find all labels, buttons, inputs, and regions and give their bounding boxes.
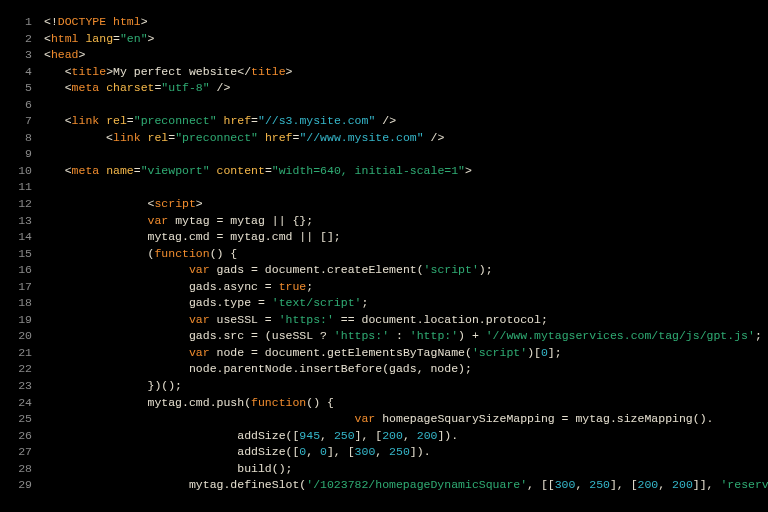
token-pun: > — [196, 197, 203, 210]
code-content[interactable]: <!DOCTYPE html><html lang="en"><head> <t… — [44, 14, 768, 494]
token-attr: name — [106, 164, 134, 177]
token-str: "utf-8" — [161, 81, 209, 94]
token-str: 'https:' — [279, 313, 334, 326]
line-number: 9 — [0, 146, 32, 163]
token-pun: () { — [306, 396, 334, 409]
code-line: var mytag = mytag || {}; — [44, 213, 768, 230]
token-pun — [44, 313, 189, 326]
line-number: 15 — [0, 246, 32, 263]
code-line: <html lang="en"> — [44, 31, 768, 48]
token-pun: node = document.getElementsByTagName( — [210, 346, 472, 359]
line-number: 23 — [0, 378, 32, 395]
token-pun — [258, 131, 265, 144]
token-pun — [44, 214, 148, 227]
token-str: '/1023782/homepageDynamicSquare' — [306, 478, 527, 491]
code-line: <title>My perfect website</title> — [44, 64, 768, 81]
token-pun: /> — [375, 114, 396, 127]
token-attr: rel — [148, 131, 169, 144]
token-pun: gads.async = — [44, 280, 279, 293]
line-number: 29 — [0, 477, 32, 494]
code-line: gads.async = true; — [44, 279, 768, 296]
token-num: 250 — [334, 429, 355, 442]
line-number: 5 — [0, 80, 32, 97]
token-pun: , — [306, 445, 320, 458]
token-pun: = — [127, 114, 134, 127]
token-pun: ; — [361, 296, 368, 309]
token-pun: ; — [755, 329, 762, 342]
code-line: gads.src = (useSSL ? 'https:' : 'http:')… — [44, 328, 768, 345]
token-pun: < — [44, 65, 72, 78]
token-pun: addSize([ — [44, 429, 299, 442]
line-number: 6 — [0, 97, 32, 114]
token-pun: = — [265, 164, 272, 177]
token-pun: , [[ — [527, 478, 555, 491]
token-pun: < — [44, 131, 113, 144]
token-pun: > — [286, 65, 293, 78]
token-tag: meta — [72, 164, 107, 177]
token-num: 250 — [589, 478, 610, 491]
line-number: 10 — [0, 163, 32, 180]
token-pun: gads.type = — [44, 296, 272, 309]
token-pun: <! — [44, 15, 58, 28]
token-kw: true — [279, 280, 307, 293]
token-pun: useSSL = — [210, 313, 279, 326]
line-number: 20 — [0, 328, 32, 345]
code-line: gads.type = 'text/script'; — [44, 295, 768, 312]
token-pun: mytag.defineSlot( — [44, 478, 306, 491]
code-line: <link rel="preconnect" href="//www.mysit… — [44, 130, 768, 147]
token-pun: gads.src = (useSSL ? — [44, 329, 334, 342]
line-number: 27 — [0, 444, 32, 461]
line-number: 21 — [0, 345, 32, 362]
token-str: "en" — [120, 32, 148, 45]
token-kw: var — [355, 412, 376, 425]
line-number: 14 — [0, 229, 32, 246]
code-line: })(); — [44, 378, 768, 395]
token-str: '//www.mytagservices.com/tag/js/gpt.js' — [486, 329, 755, 342]
token-str: 'script' — [472, 346, 527, 359]
token-pun: > — [106, 65, 113, 78]
token-kw: var — [189, 346, 210, 359]
token-str: 'script' — [424, 263, 479, 276]
token-pun: = — [134, 164, 141, 177]
line-number: 8 — [0, 130, 32, 147]
token-pun: : — [389, 329, 410, 342]
token-num: 200 — [417, 429, 438, 442]
code-line: mytag.defineSlot('/1023782/homepageDynam… — [44, 477, 768, 494]
token-pun: > — [79, 48, 86, 61]
token-str: 'http:' — [410, 329, 458, 342]
token-pun: , — [320, 429, 334, 442]
token-kw: var — [148, 214, 169, 227]
token-pun: addSize([ — [44, 445, 299, 458]
token-tag: link — [72, 114, 107, 127]
line-number-gutter: 1234567891011121314151617181920212223242… — [0, 14, 44, 494]
token-pun: , — [575, 478, 589, 491]
token-pun: == document.location.protocol; — [334, 313, 548, 326]
token-pun: , — [403, 429, 417, 442]
token-kw: function — [154, 247, 209, 260]
code-line: addSize([945, 250], [200, 200]). — [44, 428, 768, 445]
token-pun: ], [ — [327, 445, 355, 458]
token-tag: meta — [72, 81, 107, 94]
token-str: "viewport" — [141, 164, 210, 177]
line-number: 24 — [0, 395, 32, 412]
code-line: <link rel="preconnect" href="//s3.mysite… — [44, 113, 768, 130]
line-number: 17 — [0, 279, 32, 296]
code-line — [44, 97, 768, 114]
token-ph — [44, 147, 51, 160]
token-ph — [44, 98, 51, 111]
token-pun: ], [ — [610, 478, 638, 491]
token-attr: href — [223, 114, 251, 127]
token-str: 'text/script' — [272, 296, 362, 309]
token-pun: > — [465, 164, 472, 177]
token-pun: mytag.cmd.push( — [44, 396, 251, 409]
token-attr: href — [265, 131, 293, 144]
token-str: 'reserved-div-1' — [720, 478, 768, 491]
token-pun: /> — [210, 81, 231, 94]
token-ph — [44, 180, 51, 193]
token-num: 300 — [555, 478, 576, 491]
token-num: 300 — [355, 445, 376, 458]
line-number: 22 — [0, 361, 32, 378]
token-pun — [210, 164, 217, 177]
token-pun: ]). — [437, 429, 458, 442]
code-line: var node = document.getElementsByTagName… — [44, 345, 768, 362]
